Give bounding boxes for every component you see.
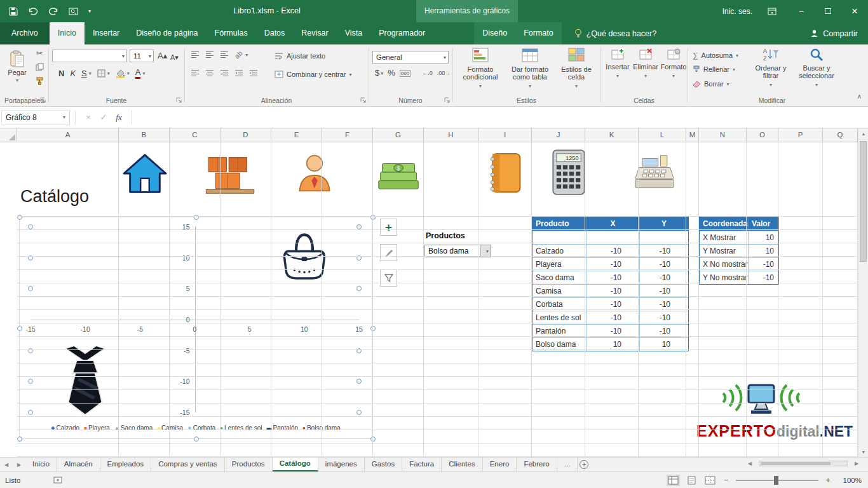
coords-name-cell[interactable]: X No mostrar [700,258,748,271]
coords-name-cell[interactable]: X Mostrar [700,231,748,244]
sheet-tab-clientes[interactable]: Clientes [442,458,483,471]
product-x-cell[interactable]: -10 [586,311,639,324]
zoom-out-icon[interactable]: − [722,475,731,485]
font-name-combobox[interactable]: ▾ [52,50,127,62]
ribbon-tab-programador[interactable]: Programador [370,22,433,44]
ribbon-tab-datos[interactable]: Datos [256,22,294,44]
column-header-C[interactable]: C [170,128,220,142]
decrease-indent-icon[interactable] [234,69,243,77]
align-right-icon[interactable] [220,69,229,77]
product-name-cell[interactable]: Bolso dama [532,338,586,351]
macro-record-icon[interactable] [53,477,62,484]
product-name-cell[interactable]: Calzado [532,245,586,257]
product-y-cell[interactable]: -10 [639,245,688,257]
coords-value-cell[interactable]: -10 [748,271,778,284]
bold-button[interactable]: N [58,69,64,78]
product-y-cell[interactable]: -10 [639,311,688,324]
collapse-ribbon-icon[interactable]: ∧ [857,93,862,100]
column-header-J[interactable]: J [532,128,585,142]
coords-table-header-coordenadas[interactable]: Coordenadas [700,217,748,231]
legend-item-corbata[interactable]: ∗Corbata [187,424,215,431]
cancel-icon[interactable]: × [81,112,96,122]
product-name-cell[interactable]: Pantalón [532,325,586,337]
calculator-clipart[interactable]: 1250 [548,149,589,197]
coords-table-header-valor[interactable]: Valor [748,217,778,231]
product-table-header-y[interactable]: Y [639,217,688,231]
coords-value-cell[interactable]: -10 [748,258,778,271]
money-clipart[interactable]: $ [374,159,424,192]
column-header-H[interactable]: H [424,128,478,142]
portapapeles-dialog-launcher-icon[interactable] [40,97,46,103]
name-box[interactable]: Gráfico 8▾ [1,110,70,125]
italic-button[interactable]: K [70,69,76,78]
product-y-cell[interactable]: 10 [639,338,688,351]
ribbon-tab-insertar[interactable]: Insertar [85,22,128,44]
legend-item-pantalon[interactable]: ▬Pantalón [267,424,298,431]
ribbon-display-options-icon[interactable] [768,7,776,16]
column-header-P[interactable]: P [778,128,823,142]
horizontal-scrollbar[interactable]: ◀ ▶ [743,461,863,466]
share-button[interactable]: Compartir [810,22,858,44]
product-name-cell[interactable]: Playera [532,258,586,271]
new-sheet-button[interactable]: + [578,458,590,471]
ribbon-tab-vista[interactable]: Vista [337,22,371,44]
paste-button[interactable]: Pegar▾ [3,47,32,93]
ribbon-tab-diseno[interactable]: Diseño [474,22,515,44]
ribbon-tab-diseno-de-pagina[interactable]: Diseño de página [128,22,206,44]
formula-input[interactable] [137,110,868,125]
column-header-B[interactable]: B [119,128,170,142]
vertical-scroll-thumb[interactable] [860,141,867,262]
tie-image[interactable] [50,344,120,417]
sheet-tab-compras-y-ventas[interactable]: Compras y ventas [151,458,225,471]
tell-me-box[interactable]: ¿Qué desea hacer? [574,22,657,44]
orientation-icon[interactable]: ab [233,49,244,60]
legend-item-playera[interactable]: ■Playera [84,424,110,431]
coords-value-cell[interactable]: 10 [748,245,778,257]
number-format-combobox[interactable]: General▾ [372,51,449,64]
merge-center-button[interactable]: Combinar y centrar▾ [275,71,352,78]
fill-color-icon[interactable] [116,69,125,78]
comma-format-icon[interactable]: 000 [400,70,410,77]
product-x-cell[interactable] [586,231,639,244]
chart-selection-handle[interactable] [17,326,22,331]
sheet-tab-factura[interactable]: Factura [402,458,442,471]
horizontal-scroll-thumb[interactable] [761,462,831,465]
sort-filter-button[interactable]: AZ Ordenar y filtrar▾ [750,47,792,89]
fill-button[interactable]: Rellenar▾ [693,65,735,73]
underline-button[interactable]: S [81,69,87,78]
product-y-cell[interactable] [639,231,688,244]
legend-item-calzado[interactable]: ◆Calzado [51,424,79,431]
decrease-font-size-icon[interactable]: A▾ [170,53,179,62]
coords-name-cell[interactable]: Y No mostrar [700,271,748,284]
redo-icon[interactable] [48,7,58,15]
product-y-cell[interactable]: -10 [639,258,688,271]
insert-cells-button[interactable]: Insertar▾ [604,47,631,80]
column-header-F[interactable]: F [322,128,373,142]
product-name-cell[interactable]: Corbata [532,298,586,311]
product-x-cell[interactable]: -10 [586,271,639,284]
sign-in-button[interactable]: Inic. ses. [722,7,752,16]
column-header-O[interactable]: O [747,128,778,142]
format-as-table-button[interactable]: Dar formato como tabla▾ [506,47,554,90]
sheet-nav-left-icon[interactable]: ◀ [0,458,13,471]
catalog-title-cell[interactable]: Catálogo [20,187,89,207]
chart-selection-handle[interactable] [370,326,376,331]
copy-icon[interactable] [36,63,44,71]
sheet-tab-enero[interactable]: Enero [483,458,517,471]
print-preview-icon[interactable] [69,7,78,16]
product-y-cell[interactable]: -10 [639,285,688,297]
minimize-button[interactable]: − [788,0,815,22]
format-cells-button[interactable]: Formato▾ [660,47,687,80]
product-x-cell[interactable]: -10 [586,298,639,311]
undo-icon[interactable] [28,7,38,15]
maximize-button[interactable] [815,0,841,22]
chart-selection-handle[interactable] [194,437,199,442]
chart-styles-button[interactable] [380,244,397,261]
autosum-button[interactable]: ∑ Autosuma▾ [693,51,738,60]
increase-font-size-icon[interactable]: A▴ [158,51,167,60]
column-header-Q[interactable]: Q [823,128,858,142]
column-header-L[interactable]: L [639,128,686,142]
percent-format-icon[interactable]: % [388,69,395,78]
product-x-cell[interactable]: -10 [586,245,639,257]
product-x-cell[interactable]: 10 [586,338,639,351]
